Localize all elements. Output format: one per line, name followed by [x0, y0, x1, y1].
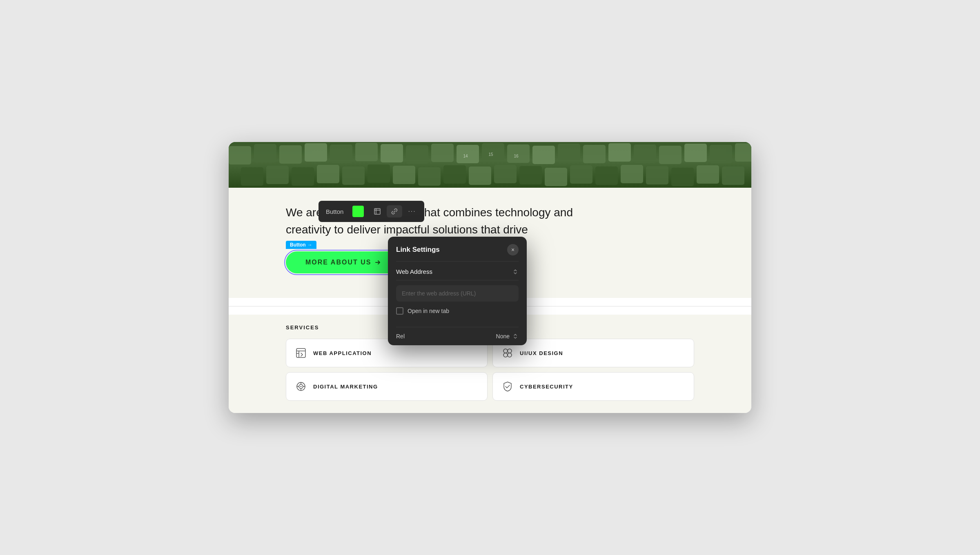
button-tag: Button → [286, 241, 316, 249]
digital-marketing-name: DIGITAL MARKETING [313, 384, 378, 390]
ui-ux-name: UI/UX DESIGN [520, 350, 563, 356]
service-card-digital-marketing[interactable]: DIGITAL MARKETING [286, 372, 488, 401]
svg-rect-44 [374, 209, 380, 214]
selector-arrows-icon[interactable] [512, 269, 519, 275]
svg-rect-22 [266, 166, 289, 184]
service-card-cybersecurity[interactable]: CYBERSECURITY [492, 372, 694, 401]
svg-rect-13 [558, 144, 580, 162]
svg-rect-23 [292, 167, 314, 186]
rel-selector[interactable]: None [496, 333, 519, 340]
page-body: Button ··· We are a d [229, 188, 751, 298]
toolbar-more-button[interactable]: ··· [404, 205, 420, 218]
svg-rect-31 [494, 165, 517, 183]
svg-rect-35 [595, 166, 618, 185]
more-about-us-button[interactable]: MORE ABOUT US [286, 251, 401, 273]
svg-point-52 [301, 386, 302, 387]
modal-header: Link Settings × [388, 237, 527, 261]
services-grid: WEB APPLICATION UI/UX DESIGN [286, 339, 694, 401]
svg-point-46 [503, 349, 508, 353]
rel-label: Rel [396, 333, 405, 340]
url-input[interactable] [396, 285, 519, 302]
link-settings-modal: Link Settings × Web Address [388, 237, 527, 345]
toolbar-color-swatch-wrapper[interactable] [348, 203, 368, 220]
svg-rect-28 [418, 167, 441, 186]
svg-rect-4 [330, 144, 352, 163]
svg-text:15: 15 [488, 152, 493, 157]
svg-rect-34 [570, 165, 592, 184]
svg-rect-25 [342, 166, 365, 185]
svg-rect-40 [722, 166, 744, 185]
svg-text:14: 14 [463, 154, 468, 158]
svg-rect-20 [735, 143, 751, 162]
modal-section-web-address: Web Address Open in new tab [388, 262, 527, 327]
svg-rect-29 [443, 165, 466, 184]
button-toolbar: Button ··· [318, 201, 424, 222]
svg-point-47 [508, 349, 512, 353]
browser-window: 14 15 16 Button [229, 142, 751, 413]
svg-rect-39 [697, 165, 719, 184]
digital-marketing-icon [294, 380, 307, 393]
rel-row: Rel None [388, 327, 527, 345]
svg-rect-7 [406, 145, 428, 164]
svg-point-49 [508, 353, 512, 357]
svg-rect-5 [355, 143, 378, 161]
cybersecurity-name: CYBERSECURITY [520, 384, 573, 390]
open-new-tab-row: Open in new tab [396, 307, 519, 315]
svg-rect-0 [229, 146, 251, 164]
toolbar-link-button[interactable] [387, 205, 402, 218]
svg-rect-6 [381, 144, 403, 162]
web-application-icon [294, 346, 307, 360]
svg-rect-24 [317, 165, 339, 183]
svg-rect-14 [583, 145, 606, 163]
svg-rect-32 [519, 166, 542, 184]
svg-rect-38 [671, 168, 694, 186]
svg-rect-15 [608, 143, 631, 162]
svg-rect-30 [469, 166, 491, 185]
svg-rect-1 [254, 144, 276, 162]
svg-rect-19 [710, 145, 732, 163]
more-about-us-label: MORE ABOUT US [305, 259, 371, 266]
svg-rect-3 [305, 143, 327, 162]
svg-rect-18 [684, 144, 707, 162]
ui-ux-icon [501, 346, 514, 360]
rel-value: None [496, 333, 510, 340]
svg-rect-8 [431, 144, 454, 162]
svg-rect-17 [659, 146, 682, 164]
svg-rect-33 [545, 168, 567, 186]
svg-text:16: 16 [514, 154, 519, 158]
cybersecurity-icon [501, 380, 514, 393]
close-icon: × [511, 246, 514, 253]
svg-rect-16 [634, 144, 656, 163]
toolbar-color-swatch [352, 206, 364, 217]
svg-rect-36 [621, 165, 643, 183]
toolbar-frame-button[interactable] [370, 205, 385, 218]
button-tag-arrow: → [307, 242, 312, 248]
svg-rect-2 [279, 145, 302, 164]
modal-close-button[interactable]: × [507, 244, 519, 255]
svg-rect-21 [241, 167, 263, 186]
web-application-name: WEB APPLICATION [313, 350, 372, 356]
svg-point-48 [503, 353, 508, 357]
open-new-tab-label: Open in new tab [408, 308, 449, 314]
web-address-label: Web Address [396, 268, 432, 275]
url-input-divider [396, 280, 519, 280]
button-element-wrapper: Button → MORE ABOUT US [286, 251, 401, 273]
svg-rect-37 [646, 166, 668, 184]
svg-rect-26 [368, 164, 390, 183]
modal-title: Link Settings [396, 246, 440, 254]
hero-image: 14 15 16 [229, 142, 751, 188]
web-address-selector[interactable]: Web Address [396, 268, 519, 275]
toolbar-button-label: Button [323, 206, 347, 218]
svg-rect-27 [393, 166, 415, 184]
open-new-tab-checkbox[interactable] [396, 307, 403, 315]
button-tag-label: Button [290, 242, 306, 248]
svg-rect-12 [532, 146, 555, 164]
